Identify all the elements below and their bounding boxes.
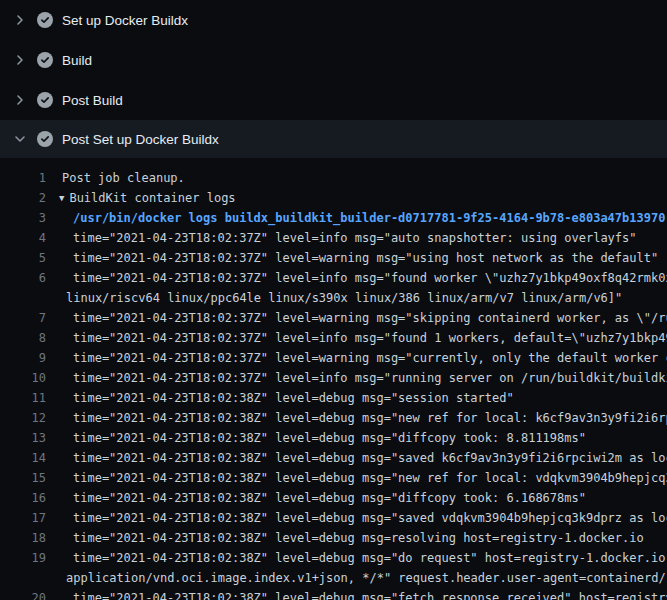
chevron-right-icon [12,92,28,108]
log-line-text: time="2021-04-23T18:02:37Z" level=info m… [46,228,667,248]
log-line-text: /usr/bin/docker logs buildx_buildkit_bui… [46,208,667,228]
step-title: Post Set up Docker Buildx [62,132,219,147]
chevron-right-icon [12,52,28,68]
log-line-text: time="2021-04-23T18:02:38Z" level=debug … [46,428,667,448]
log-line: 1 Post job cleanup. [0,168,667,188]
log-line-text: time="2021-04-23T18:02:37Z" level=warnin… [46,308,667,328]
log-line: 3 /usr/bin/docker logs buildx_buildkit_b… [0,208,667,228]
log-line: 19 time="2021-04-23T18:02:38Z" level=deb… [0,548,667,568]
log-panel: 1 Post job cleanup. 2 ▼ BuildKit contain… [0,158,667,600]
log-line: 9 time="2021-04-23T18:02:37Z" level=warn… [0,348,667,368]
log-line-number[interactable]: 7 [0,308,46,328]
log-line-text: time="2021-04-23T18:02:37Z" level=warnin… [46,348,667,368]
log-line-text: time="2021-04-23T18:02:38Z" level=debug … [46,468,667,488]
step-row[interactable]: Post Build [0,80,667,120]
log-line: application/vnd.oci.image.index.v1+json,… [0,568,667,588]
log-line: 12 time="2021-04-23T18:02:38Z" level=deb… [0,408,667,428]
step-title: Build [62,53,92,68]
log-line-number[interactable]: 17 [0,508,46,528]
log-line-number[interactable]: 8 [0,328,46,348]
step-title: Set up Docker Buildx [62,13,188,28]
log-line-number[interactable]: 6 [0,268,46,288]
log-line-text: linux/riscv64 linux/ppc64le linux/s390x … [46,288,667,308]
log-line-text: time="2021-04-23T18:02:38Z" level=debug … [46,588,667,600]
log-line[interactable]: 2 ▼ BuildKit container logs [0,188,667,208]
log-line-number[interactable]: 9 [0,348,46,368]
log-line: 16 time="2021-04-23T18:02:38Z" level=deb… [0,488,667,508]
log-line-number[interactable]: 1 [0,168,46,188]
log-line: 11 time="2021-04-23T18:02:38Z" level=deb… [0,388,667,408]
log-line-number[interactable]: 19 [0,548,46,568]
log-line-number[interactable]: 2 [0,188,46,208]
log-line: 15 time="2021-04-23T18:02:38Z" level=deb… [0,468,667,488]
steps-list: Set up Docker Buildx Build Post Build [0,0,667,158]
log-line: 4 time="2021-04-23T18:02:37Z" level=info… [0,228,667,248]
log-line-text: application/vnd.oci.image.index.v1+json,… [46,568,667,588]
log-line: 20 time="2021-04-23T18:02:38Z" level=deb… [0,588,667,600]
log-line: 13 time="2021-04-23T18:02:38Z" level=deb… [0,428,667,448]
log-line-text: time="2021-04-23T18:02:38Z" level=debug … [46,408,667,428]
log-line-number[interactable]: 13 [0,428,46,448]
log-line-text: time="2021-04-23T18:02:38Z" level=debug … [46,528,667,548]
log-line-text: time="2021-04-23T18:02:37Z" level=warnin… [46,248,667,268]
log-line: 10 time="2021-04-23T18:02:37Z" level=inf… [0,368,667,388]
log-line-text: time="2021-04-23T18:02:37Z" level=info m… [46,268,667,288]
chevron-down-icon [12,131,28,147]
log-line-number[interactable]: 3 [0,208,46,228]
log-line-number[interactable]: 10 [0,368,46,388]
log-line: 7 time="2021-04-23T18:02:37Z" level=warn… [0,308,667,328]
log-line-number[interactable]: 4 [0,228,46,248]
log-line-number[interactable] [0,288,46,308]
log-line-number[interactable]: 14 [0,448,46,468]
log-line-text: BuildKit container logs [64,188,667,208]
log-line: 5 time="2021-04-23T18:02:37Z" level=warn… [0,248,667,268]
log-line-number[interactable]: 12 [0,408,46,428]
log-line-text: time="2021-04-23T18:02:38Z" level=debug … [46,388,667,408]
step-title: Post Build [62,93,123,108]
step-row[interactable]: Post Set up Docker Buildx [0,120,667,158]
log-line: 14 time="2021-04-23T18:02:38Z" level=deb… [0,448,667,468]
step-row[interactable]: Set up Docker Buildx [0,0,667,40]
log-line-text: time="2021-04-23T18:02:38Z" level=debug … [46,548,667,568]
log-line-number[interactable]: 15 [0,468,46,488]
log-line-number[interactable]: 20 [0,588,46,600]
log-line-number[interactable]: 18 [0,528,46,548]
log-line-number[interactable]: 11 [0,388,46,408]
log-line-text: time="2021-04-23T18:02:38Z" level=debug … [46,508,667,528]
log-line-text: time="2021-04-23T18:02:38Z" level=debug … [46,448,667,468]
log-line-number[interactable] [0,568,46,588]
check-circle-icon [37,52,53,68]
log-line: 18 time="2021-04-23T18:02:38Z" level=deb… [0,528,667,548]
actions-log-viewer: Set up Docker Buildx Build Post Build [0,0,667,600]
log-line-text: time="2021-04-23T18:02:37Z" level=info m… [46,368,667,388]
log-line: 8 time="2021-04-23T18:02:37Z" level=info… [0,328,667,348]
chevron-right-icon [12,12,28,28]
log-line-number[interactable]: 16 [0,488,46,508]
step-row[interactable]: Build [0,40,667,80]
log-line-text: time="2021-04-23T18:02:38Z" level=debug … [46,488,667,508]
log-line: linux/riscv64 linux/ppc64le linux/s390x … [0,288,667,308]
log-line-text: time="2021-04-23T18:02:37Z" level=info m… [46,328,667,348]
log-line: 6 time="2021-04-23T18:02:37Z" level=info… [0,268,667,288]
check-circle-icon [37,92,53,108]
log-line-text: Post job cleanup. [46,168,667,188]
log-line-number[interactable]: 5 [0,248,46,268]
log-line: 17 time="2021-04-23T18:02:38Z" level=deb… [0,508,667,528]
check-circle-icon [37,131,53,147]
check-circle-icon [37,12,53,28]
triangle-down-icon: ▼ [46,188,64,208]
